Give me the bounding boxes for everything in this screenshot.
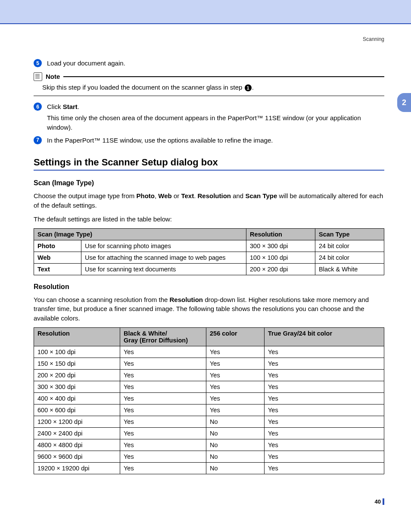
res-cell-res: 4800 × 4800 dpi xyxy=(34,439,120,451)
res-cell-tg: Yes xyxy=(265,358,384,369)
scan-type-para-1: Choose the output image type from Photo,… xyxy=(34,191,384,210)
res-cell-res: 600 × 600 dpi xyxy=(34,404,120,416)
note-body: Skip this step if you loaded the documen… xyxy=(42,84,384,91)
res-cell-256: Yes xyxy=(206,404,265,416)
res-cell-bw: Yes xyxy=(120,451,206,462)
res-cell-bw: Yes xyxy=(120,358,206,369)
res-cell-bw: Yes xyxy=(120,381,206,392)
res-cell-256: Yes xyxy=(206,346,265,358)
res-cell-tg: Yes xyxy=(265,392,384,404)
step-6-text: Click Start. This time only the chosen a… xyxy=(47,102,384,132)
res-cell-tg: Yes xyxy=(265,416,384,427)
res-cell-bw: Yes xyxy=(120,392,206,404)
table-row: Scan (Image Type) Resolution Scan Type xyxy=(34,228,384,240)
st-cell-type: 24 bit color xyxy=(315,252,384,263)
resolution-heading: Resolution xyxy=(34,283,384,291)
resolution-para-1: You can choose a scanning resolution fro… xyxy=(34,295,384,323)
res-cell-256: Yes xyxy=(206,381,265,392)
res-cell-256: No xyxy=(206,451,265,462)
table-row: WebUse for attaching the scanned image t… xyxy=(34,252,384,263)
table-row: 9600 × 9600 dpiYesNoYes xyxy=(34,451,384,462)
st-p1-b4: Resolution xyxy=(198,192,231,199)
res-cell-256: Yes xyxy=(206,358,265,369)
st-p1-b5: Scan Type xyxy=(245,192,277,199)
resolution-table: Resolution Black & White/ Gray (Error Di… xyxy=(34,327,384,474)
st-cell-desc: Use for attaching the scanned image to w… xyxy=(81,252,246,263)
res-cell-res: 1200 × 1200 dpi xyxy=(34,416,120,427)
st-cell-name: Text xyxy=(34,263,81,275)
st-cell-name: Photo xyxy=(34,240,81,252)
note-text-post: . xyxy=(252,84,254,91)
table-row: 300 × 300 dpiYesYesYes xyxy=(34,381,384,392)
table-row: 2400 × 2400 dpiYesNoYes xyxy=(34,427,384,439)
step-7-text: In the PaperPort™ 11SE window, use the o… xyxy=(47,136,384,145)
res-cell-tg: Yes xyxy=(265,404,384,416)
step-6-line1-bold: Start xyxy=(63,103,78,110)
st-cell-name: Web xyxy=(34,252,81,263)
res-th-3: True Gray/24 bit color xyxy=(265,327,384,346)
res-cell-tg: Yes xyxy=(265,439,384,451)
res-cell-res: 9600 × 9600 dpi xyxy=(34,451,120,462)
res-cell-tg: Yes xyxy=(265,462,384,474)
inline-step-ref-1: 1 xyxy=(245,84,252,91)
table-row: 200 × 200 dpiYesYesYes xyxy=(34,369,384,381)
st-th-0: Scan (Image Type) xyxy=(34,228,246,240)
res-th-1: Black & White/ Gray (Error Diffusion) xyxy=(120,327,206,346)
st-cell-desc: Use for scanning photo images xyxy=(81,240,246,252)
res-cell-tg: Yes xyxy=(265,451,384,462)
res-cell-res: 100 × 100 dpi xyxy=(34,346,120,358)
res-cell-bw: Yes xyxy=(120,404,206,416)
step-6-line1-post: . xyxy=(78,103,79,110)
res-cell-256: No xyxy=(206,439,265,451)
res-cell-res: 150 × 150 dpi xyxy=(34,358,120,369)
res-cell-256: No xyxy=(206,427,265,439)
note-rule-top xyxy=(63,76,384,77)
res-cell-256: Yes xyxy=(206,369,265,381)
res-cell-bw: Yes xyxy=(120,427,206,439)
note-text-pre: Skip this step if you loaded the documen… xyxy=(42,84,244,91)
res-cell-bw: Yes xyxy=(120,416,206,427)
note-block: Note Skip this step if you loaded the do… xyxy=(34,72,384,96)
res-cell-tg: Yes xyxy=(265,427,384,439)
res-p1-b1: Resolution xyxy=(169,296,203,303)
res-cell-res: 200 × 200 dpi xyxy=(34,369,120,381)
res-cell-bw: Yes xyxy=(120,439,206,451)
step-7: 7 In the PaperPort™ 11SE window, use the… xyxy=(34,136,384,145)
table-row: TextUse for scanning text documents200 ×… xyxy=(34,263,384,275)
res-cell-res: 2400 × 2400 dpi xyxy=(34,427,120,439)
st-cell-res: 100 × 100 dpi xyxy=(246,252,315,263)
res-cell-res: 300 × 300 dpi xyxy=(34,381,120,392)
st-cell-res: 200 × 200 dpi xyxy=(246,263,315,275)
st-cell-res: 300 × 300 dpi xyxy=(246,240,315,252)
scan-type-heading: Scan (Image Type) xyxy=(34,179,384,187)
st-p1-b2: Web xyxy=(158,192,171,199)
step-5-text: Load your document again. xyxy=(47,59,384,68)
step-5: 5 Load your document again. xyxy=(34,59,384,68)
chapter-tab: 2 xyxy=(397,93,411,112)
doc-section-label: Scanning xyxy=(34,36,384,42)
top-band xyxy=(0,0,411,24)
res-cell-256: Yes xyxy=(206,392,265,404)
st-th-2: Scan Type xyxy=(315,228,384,240)
st-th-1: Resolution xyxy=(246,228,315,240)
note-label: Note xyxy=(46,73,60,80)
res-cell-tg: Yes xyxy=(265,369,384,381)
st-cell-type: 24 bit color xyxy=(315,240,384,252)
st-p1-b1: Photo xyxy=(136,192,155,199)
st-p1-m2: or xyxy=(172,192,181,199)
st-cell-type: Black & White xyxy=(315,263,384,275)
note-rule-bottom xyxy=(34,96,384,96)
st-p1-m4: and xyxy=(231,192,245,199)
res-cell-256: No xyxy=(206,462,265,474)
res-cell-bw: Yes xyxy=(120,346,206,358)
table-row: 400 × 400 dpiYesYesYes xyxy=(34,392,384,404)
scan-type-table: Scan (Image Type) Resolution Scan Type P… xyxy=(34,228,384,275)
table-row: 600 × 600 dpiYesYesYes xyxy=(34,404,384,416)
res-cell-tg: Yes xyxy=(265,346,384,358)
res-cell-res: 400 × 400 dpi xyxy=(34,392,120,404)
st-p1-m3: . xyxy=(194,192,197,199)
section-title: Settings in the Scanner Setup dialog box xyxy=(34,157,384,168)
step-badge-7: 7 xyxy=(34,136,42,144)
res-cell-tg: Yes xyxy=(265,381,384,392)
step-6-line2: This time only the chosen area of the do… xyxy=(47,113,384,132)
